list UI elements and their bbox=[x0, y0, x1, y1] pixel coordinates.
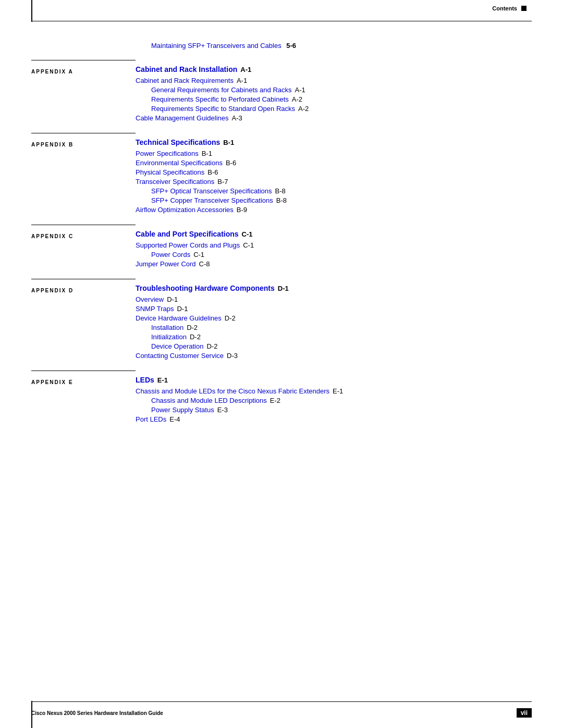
appendix-b-label-col: APPENDIX B bbox=[31, 138, 136, 215]
page-jumper-cord: C-8 bbox=[199, 260, 210, 268]
appendix-a-label: APPENDIX A bbox=[31, 69, 74, 75]
link-jumper-cord[interactable]: Jumper Power Cord bbox=[136, 260, 196, 268]
toc-entry-general-req: General Requirements for Cabinets and Ra… bbox=[151, 86, 532, 94]
appendix-b-title-link[interactable]: Technical Specifications bbox=[136, 138, 220, 146]
appendix-a-section: APPENDIX A Cabinet and Rack Installation… bbox=[31, 65, 532, 124]
appendix-e-title-entry: LEDs E-1 bbox=[136, 376, 532, 384]
toc-entry-airflow: Airflow Optimization Accessories B-9 bbox=[136, 206, 532, 214]
toc-entry-led-descriptions: Chassis and Module LED Descriptions E-2 bbox=[151, 397, 532, 404]
toc-entry-power-supply-status: Power Supply Status E-3 bbox=[151, 406, 532, 414]
appendix-d-label: APPENDIX D bbox=[31, 288, 74, 293]
appendix-b-title-page: B-1 bbox=[223, 139, 234, 146]
page-sfp-optical: B-8 bbox=[275, 187, 286, 195]
link-chassis-module-leds[interactable]: Chassis and Module LEDs for the Cisco Ne… bbox=[136, 387, 329, 395]
toc-entry-cabinet-rack-req: Cabinet and Rack Requirements A-1 bbox=[136, 77, 532, 84]
link-led-descriptions[interactable]: Chassis and Module LED Descriptions bbox=[151, 397, 267, 404]
page-power-supply-status: E-3 bbox=[217, 406, 228, 414]
page-env-spec: B-6 bbox=[226, 159, 236, 167]
page-contacting-customer: D-3 bbox=[227, 352, 238, 360]
toc-entry-jumper-cord: Jumper Power Cord C-8 bbox=[136, 260, 532, 268]
link-contacting-customer[interactable]: Contacting Customer Service bbox=[136, 352, 224, 360]
header: Contents bbox=[492, 5, 527, 11]
appendix-c-label: APPENDIX C bbox=[31, 233, 74, 239]
page-open-racks: A-2 bbox=[298, 105, 309, 113]
link-open-racks[interactable]: Requirements Specific to Standard Open R… bbox=[151, 105, 295, 113]
page-power-cords: C-1 bbox=[193, 251, 204, 258]
toc-entry-snmp-traps: SNMP Traps D-1 bbox=[136, 305, 532, 313]
toc-entry-chassis-module-leds: Chassis and Module LEDs for the Cisco Ne… bbox=[136, 387, 532, 395]
appendix-e-title-link[interactable]: LEDs bbox=[136, 376, 154, 384]
top-border bbox=[31, 21, 532, 21]
footer-page-number: vii bbox=[517, 708, 532, 718]
appendix-a-content: Cabinet and Rack Installation A-1 Cabine… bbox=[136, 65, 532, 124]
link-transceiver-spec[interactable]: Transceiver Specifications bbox=[136, 178, 214, 186]
footer: Cisco Nexus 2000 Series Hardware Install… bbox=[31, 708, 532, 718]
appendix-d-title-entry: Troubleshooting Hardware Components D-1 bbox=[136, 284, 532, 292]
toc-entry-env-spec: Environmental Specifications B-6 bbox=[136, 159, 532, 167]
toc-entry-contacting-customer: Contacting Customer Service D-3 bbox=[136, 352, 532, 360]
page-cabinet-rack-req: A-1 bbox=[237, 77, 247, 84]
appendix-e-content: LEDs E-1 Chassis and Module LEDs for the… bbox=[136, 376, 532, 425]
header-contents-label: Contents bbox=[492, 5, 517, 11]
appendix-c-title-page: C-1 bbox=[242, 230, 253, 238]
appendix-d-title-page: D-1 bbox=[278, 285, 289, 292]
link-overview[interactable]: Overview bbox=[136, 295, 164, 303]
link-installation[interactable]: Installation bbox=[151, 324, 183, 331]
appendix-c-content: Cable and Port Specifications C-1 Suppor… bbox=[136, 230, 532, 269]
link-physical-spec[interactable]: Physical Specifications bbox=[136, 168, 204, 176]
link-power-cords-plugs[interactable]: Supported Power Cords and Plugs bbox=[136, 241, 240, 249]
appendix-e-title-page: E-1 bbox=[157, 376, 168, 384]
page-device-operation: D-2 bbox=[206, 342, 217, 350]
page-led-descriptions: E-2 bbox=[270, 397, 280, 404]
link-airflow[interactable]: Airflow Optimization Accessories bbox=[136, 206, 234, 214]
appendix-c-title-link[interactable]: Cable and Port Specifications bbox=[136, 230, 239, 238]
page-general-req: A-1 bbox=[295, 86, 305, 94]
link-power-spec[interactable]: Power Specifications bbox=[136, 150, 199, 157]
link-cabinet-rack-req[interactable]: Cabinet and Rack Requirements bbox=[136, 77, 234, 84]
toc-entry-device-operation: Device Operation D-2 bbox=[151, 342, 532, 350]
appendix-c-section: APPENDIX C Cable and Port Specifications… bbox=[31, 230, 532, 269]
link-initialization[interactable]: Initialization bbox=[151, 333, 187, 341]
appendix-a-title-entry: Cabinet and Rack Installation A-1 bbox=[136, 65, 532, 73]
page-device-hw-guidelines: D-2 bbox=[225, 314, 236, 322]
appendix-a-title-link[interactable]: Cabinet and Rack Installation bbox=[136, 65, 237, 73]
link-device-hw-guidelines[interactable]: Device Hardware Guidelines bbox=[136, 314, 222, 322]
link-perforated-cabinets[interactable]: Requirements Specific to Perforated Cabi… bbox=[151, 95, 289, 103]
toc-entry-sfp-copper: SFP+ Copper Transceiver Specifications B… bbox=[151, 196, 532, 204]
link-device-operation[interactable]: Device Operation bbox=[151, 342, 203, 350]
toc-entry-initialization: Initialization D-2 bbox=[151, 333, 532, 341]
link-port-leds[interactable]: Port LEDs bbox=[136, 415, 166, 423]
link-sfp-optical[interactable]: SFP+ Optical Transceiver Specifications bbox=[151, 187, 272, 195]
appendix-d-title-link[interactable]: Troubleshooting Hardware Components bbox=[136, 284, 275, 292]
toc-entry-power-cords: Power Cords C-1 bbox=[151, 251, 532, 258]
link-env-spec[interactable]: Environmental Specifications bbox=[136, 159, 223, 167]
page-airflow: B-9 bbox=[237, 206, 247, 214]
toc-entry-device-hw-guidelines: Device Hardware Guidelines D-2 bbox=[136, 314, 532, 322]
toc-entry-physical-spec: Physical Specifications B-6 bbox=[136, 168, 532, 176]
link-sfp-copper[interactable]: SFP+ Copper Transceiver Specifications bbox=[151, 196, 273, 204]
link-general-req[interactable]: General Requirements for Cabinets and Ra… bbox=[151, 86, 292, 94]
link-power-supply-status[interactable]: Power Supply Status bbox=[151, 406, 214, 414]
toc-entry-transceiver-spec: Transceiver Specifications B-7 bbox=[136, 178, 532, 186]
link-cable-mgmt[interactable]: Cable Management Guidelines bbox=[136, 114, 229, 122]
appendix-e-label-col: APPENDIX E bbox=[31, 376, 136, 425]
appendix-b-content: Technical Specifications B-1 Power Speci… bbox=[136, 138, 532, 215]
page-container: Contents Maintaining SFP+ Transceivers a… bbox=[0, 0, 563, 728]
link-snmp-traps[interactable]: SNMP Traps bbox=[136, 305, 174, 313]
bottom-border bbox=[31, 701, 532, 702]
page-port-leds: E-4 bbox=[169, 415, 180, 423]
page-physical-spec: B-6 bbox=[207, 168, 218, 176]
appendix-b-title-entry: Technical Specifications B-1 bbox=[136, 138, 532, 146]
appendix-b-section: APPENDIX B Technical Specifications B-1 … bbox=[31, 138, 532, 215]
page-installation: D-2 bbox=[187, 324, 198, 331]
link-power-cords[interactable]: Power Cords bbox=[151, 251, 190, 258]
appendix-d-section: APPENDIX D Troubleshooting Hardware Comp… bbox=[31, 284, 532, 361]
toc-entry-port-leds: Port LEDs E-4 bbox=[136, 415, 532, 423]
appendix-a-label-col: APPENDIX A bbox=[31, 65, 136, 124]
page-sfp-copper: B-8 bbox=[276, 196, 287, 204]
page-initialization: D-2 bbox=[190, 333, 201, 341]
main-content: Maintaining SFP+ Transceivers and Cables… bbox=[31, 31, 532, 697]
toc-entry-open-racks: Requirements Specific to Standard Open R… bbox=[151, 105, 532, 113]
intro-link[interactable]: Maintaining SFP+ Transceivers and Cables bbox=[151, 42, 282, 50]
appendix-d-content: Troubleshooting Hardware Components D-1 … bbox=[136, 284, 532, 361]
